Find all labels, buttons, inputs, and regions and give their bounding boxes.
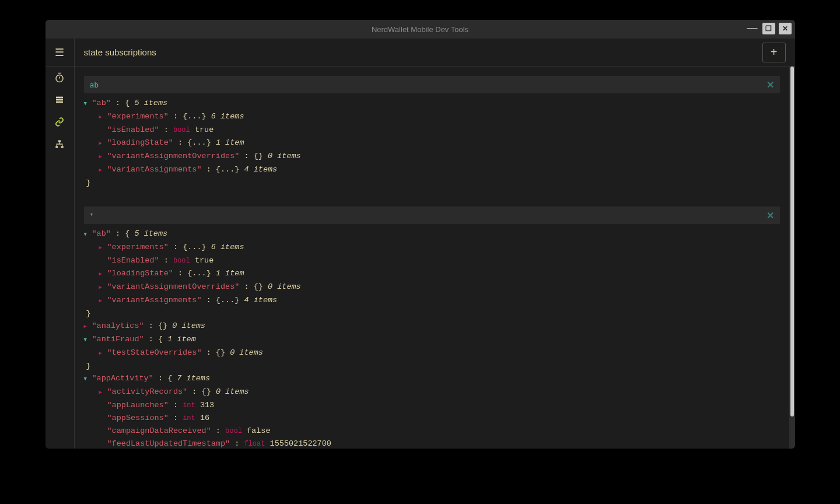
close-window-button[interactable]: ✕: [779, 23, 792, 34]
collapsed-obj: {}: [254, 282, 263, 291]
filter-input[interactable]: ab: [90, 80, 99, 89]
tree-row[interactable]: "loadingState" : {...} 1 item: [84, 267, 780, 281]
stopwatch-icon[interactable]: [46, 66, 75, 89]
value: 16: [200, 414, 209, 422]
tree-root[interactable]: "antiFraud" : { 1 item: [84, 333, 780, 346]
menu-icon[interactable]: ☰: [46, 38, 75, 66]
caret-down-icon[interactable]: [84, 333, 92, 346]
caret-right-icon[interactable]: [99, 346, 107, 360]
tree-root[interactable]: "analytics" : {} 0 items: [84, 320, 780, 333]
scrollbar-thumb[interactable]: [790, 66, 794, 416]
key: "variantAssignments": [107, 165, 202, 174]
collapsed-obj: {...}: [187, 269, 211, 278]
key: "loadingState": [107, 138, 173, 147]
collapsed-obj: {...}: [187, 138, 211, 147]
key: "ab": [92, 229, 111, 238]
caret-right-icon[interactable]: [99, 163, 107, 177]
key: "isEnabled": [107, 256, 159, 265]
key: "appActivity": [92, 374, 153, 383]
close-icon[interactable]: ✕: [766, 79, 774, 90]
filter-input[interactable]: *: [90, 212, 94, 219]
key: ab: [97, 99, 106, 107]
tree-row[interactable]: "variantAssignmentOverrides" : {} 0 item…: [84, 150, 780, 163]
close-brace: }: [84, 307, 780, 320]
item-count: 7 items: [177, 374, 210, 383]
type-label: int: [183, 414, 195, 422]
app-body: ☰ state subscriptions +: [46, 38, 795, 449]
value: true: [195, 256, 214, 265]
tree-row[interactable]: "variantAssignmentOverrides" : {} 0 item…: [84, 281, 780, 294]
item-count: 4 items: [244, 165, 277, 174]
value: false: [247, 426, 271, 435]
key: "testStateOverrides": [107, 348, 202, 357]
subscription-section: * ✕ "ab" : { 5 items"experiments" : {...…: [84, 206, 780, 449]
caret-right-icon[interactable]: [99, 136, 107, 150]
key: "variantAssignmentOverrides": [107, 152, 240, 160]
key: "experiments": [107, 243, 169, 251]
close-brace: }: [84, 360, 780, 372]
tree-root[interactable]: "ab" : { 5 items: [84, 97, 780, 110]
caret-right-icon[interactable]: [99, 267, 107, 281]
caret-right-icon[interactable]: [99, 386, 107, 399]
scrollbar[interactable]: [789, 66, 795, 449]
sitemap-icon[interactable]: [46, 133, 75, 155]
tree-row[interactable]: "isEnabled" : bool true: [84, 124, 780, 136]
caret-right-icon[interactable]: [84, 320, 92, 333]
maximize-button[interactable]: ❐: [762, 23, 775, 34]
window-controls: — ❐ ✕: [746, 23, 792, 34]
item-count: 0 items: [172, 321, 205, 330]
tree-row[interactable]: "experiments" : {...} 6 items: [84, 110, 780, 124]
caret-down-icon[interactable]: [84, 97, 92, 110]
caret-right-icon[interactable]: [99, 281, 107, 294]
type-label: bool: [173, 257, 190, 265]
tree-row[interactable]: "appLaunches" : int 313: [84, 399, 780, 412]
collapsed-obj: {}: [254, 152, 263, 160]
tree-row[interactable]: "feedLastUpdatedTimestamp" : float 15550…: [84, 438, 780, 449]
tree-row[interactable]: "activityRecords" : {} 0 items: [84, 386, 780, 399]
link-icon[interactable]: [46, 111, 75, 133]
tree-row[interactable]: "loadingState" : {...} 1 item: [84, 136, 780, 150]
add-button[interactable]: +: [762, 43, 786, 62]
caret-right-icon[interactable]: [99, 150, 107, 163]
caret-right-icon[interactable]: [99, 110, 107, 124]
window-title: NerdWallet Mobile Dev Tools: [372, 25, 468, 34]
collapsed-obj: {}: [202, 387, 211, 396]
item-count: 5 items: [134, 229, 167, 238]
tree-row[interactable]: "variantAssignments" : {...} 4 items: [84, 163, 780, 177]
key: "experiments": [107, 112, 169, 121]
close-icon[interactable]: ✕: [766, 210, 774, 221]
tree-row[interactable]: "campaignDataReceived" : bool false: [84, 425, 780, 438]
collapsed-obj: {}: [158, 321, 167, 330]
tree-row[interactable]: "isEnabled" : bool true: [84, 254, 780, 267]
minimize-button[interactable]: —: [746, 23, 759, 34]
collapsed-obj: {...}: [183, 243, 206, 251]
key: "loadingState": [107, 269, 173, 278]
tree-root[interactable]: "appActivity" : { 7 items: [84, 372, 780, 386]
caret-right-icon[interactable]: [99, 241, 107, 254]
list-icon[interactable]: [46, 89, 75, 111]
svg-rect-1: [56, 97, 63, 99]
header: state subscriptions +: [75, 38, 795, 66]
value: 313: [200, 401, 214, 410]
tree-row[interactable]: "appSessions" : int 16: [84, 412, 780, 425]
tree-row[interactable]: "experiments" : {...} 6 items: [84, 241, 780, 254]
close-brace: }: [84, 177, 780, 189]
key: "appSessions": [107, 414, 169, 422]
caret-right-icon[interactable]: [99, 294, 107, 307]
scroll-area[interactable]: ab ✕ "ab" : { 5 items "experiments" : {.…: [75, 66, 789, 449]
item-count: 0 items: [230, 348, 263, 357]
filter-bar: ab ✕: [84, 76, 780, 93]
caret-down-icon[interactable]: [84, 372, 92, 386]
value: true: [195, 125, 214, 134]
svg-rect-5: [55, 146, 58, 148]
tree-row[interactable]: "testStateOverrides" : {} 0 items: [84, 346, 780, 360]
value: 1555021522700: [270, 439, 331, 448]
filter-bar: * ✕: [84, 206, 780, 224]
tree-row[interactable]: "variantAssignments" : {...} 4 items: [84, 294, 780, 307]
caret-down-icon[interactable]: [84, 228, 92, 241]
item-count: 1 item: [167, 335, 196, 344]
key: "campaignDataReceived": [107, 426, 211, 435]
content-area: ab ✕ "ab" : { 5 items "experiments" : {.…: [75, 66, 795, 449]
json-tree: "ab" : { 5 items "experiments" : {...} 6…: [84, 97, 780, 189]
tree-root[interactable]: "ab" : { 5 items: [84, 228, 780, 241]
